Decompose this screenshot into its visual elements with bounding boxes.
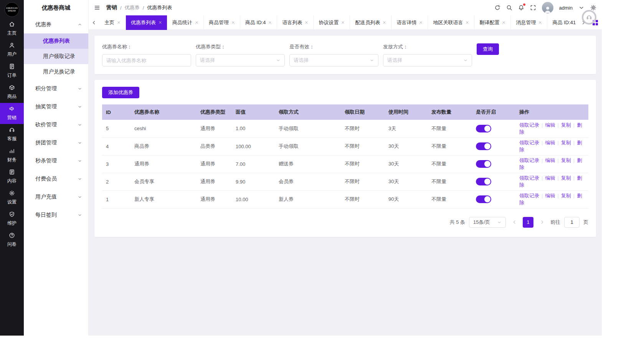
copy-link[interactable]: 复制 xyxy=(561,175,571,181)
enable-toggle[interactable] xyxy=(476,195,491,203)
sidebar-item-coupon-list[interactable]: 优惠券列表 xyxy=(24,33,88,49)
sidebar-group-label: 拼团管理 xyxy=(35,139,57,146)
tab-home[interactable]: 主页 xyxy=(99,15,126,30)
sidebar-item-flashsale[interactable]: 秒杀管理 xyxy=(24,152,88,170)
page-size-select[interactable]: 15条/页 xyxy=(469,217,506,228)
tab-region-language[interactable]: 地区关联语言 xyxy=(428,15,474,30)
search-icon[interactable] xyxy=(506,5,512,11)
cell-method: 会员券 xyxy=(275,173,341,190)
tab-courier-list[interactable]: 配送员列表 xyxy=(350,15,391,30)
page-number-1[interactable]: 1 xyxy=(523,217,533,228)
close-icon[interactable] xyxy=(305,21,308,24)
rail-item-orders[interactable]: 订单 xyxy=(0,61,24,82)
fullscreen-icon[interactable] xyxy=(530,5,536,11)
claim-records-link[interactable]: 领取记录 xyxy=(519,157,539,163)
sidebar-item-bargain[interactable]: 砍价管理 xyxy=(24,116,88,134)
edit-link[interactable]: 编辑 xyxy=(545,157,555,163)
sidebar-item-lottery[interactable]: 抽奖管理 xyxy=(24,98,88,116)
tab-translate-config[interactable]: 翻译配置 xyxy=(474,15,511,30)
tab-goods-stats[interactable]: 商品统计 xyxy=(167,15,204,30)
enable-toggle[interactable] xyxy=(476,160,491,168)
edit-link[interactable]: 编辑 xyxy=(545,193,555,199)
claim-records-link[interactable]: 领取记录 xyxy=(519,193,539,199)
sidebar-item-checkin[interactable]: 每日签到 xyxy=(24,206,88,224)
breadcrumb-mid[interactable]: 优惠券 xyxy=(125,4,140,11)
username[interactable]: admin xyxy=(559,5,573,11)
close-icon[interactable] xyxy=(466,21,469,24)
sidebar-item-claim-records[interactable]: 用户领取记录 xyxy=(24,49,88,64)
close-icon[interactable] xyxy=(419,21,423,24)
cell-time: 30天 xyxy=(385,155,428,173)
rail-item-home[interactable]: 主页 xyxy=(0,18,24,40)
coupon-name-input[interactable] xyxy=(102,54,191,66)
rail-item-users[interactable]: 用户 xyxy=(0,40,24,61)
tab-message-manage[interactable]: 消息管理 xyxy=(511,15,547,30)
edit-link[interactable]: 编辑 xyxy=(545,122,555,128)
enable-toggle[interactable] xyxy=(476,142,491,150)
close-icon[interactable] xyxy=(231,21,235,24)
rail-item-marketing[interactable]: 营销 xyxy=(0,103,24,124)
close-icon[interactable] xyxy=(159,21,162,24)
enable-toggle[interactable] xyxy=(476,178,491,185)
chevron-down-icon[interactable] xyxy=(578,5,585,11)
cell-time: 30天 xyxy=(385,173,428,190)
edit-link[interactable]: 编辑 xyxy=(545,175,555,181)
close-icon[interactable] xyxy=(538,21,542,24)
sidebar-item-points[interactable]: 积分管理 xyxy=(24,79,88,98)
copy-link[interactable]: 复制 xyxy=(561,140,571,146)
rail-item-settings[interactable]: 设置 xyxy=(0,187,24,208)
tab-goods-id-4[interactable]: 商品 ID:4 xyxy=(240,15,277,30)
rail-item-maintenance[interactable]: 维护 xyxy=(0,208,24,230)
home-icon xyxy=(9,21,15,28)
enable-toggle[interactable] xyxy=(476,125,491,132)
tab-protocol-settings[interactable]: 协议设置 xyxy=(314,15,350,30)
close-icon[interactable] xyxy=(502,21,505,24)
close-icon[interactable] xyxy=(383,21,386,24)
cell-method: 手动领取 xyxy=(275,120,341,137)
tabs-scroll-left-icon[interactable] xyxy=(89,15,99,30)
claim-records-link[interactable]: 领取记录 xyxy=(519,122,539,128)
tab-goods-manage[interactable]: 商品管理 xyxy=(204,15,240,30)
sidebar-item-coupon[interactable]: 优惠券 xyxy=(24,15,88,33)
rail-item-finance[interactable]: 财务 xyxy=(0,145,24,166)
settings-gear-icon[interactable] xyxy=(590,5,596,11)
avatar[interactable] xyxy=(542,2,553,13)
goto-page-input[interactable] xyxy=(564,217,580,228)
breadcrumb-root[interactable]: 营销 xyxy=(106,4,117,11)
tab-language-detail[interactable]: 语言详情 xyxy=(391,15,428,30)
copy-link[interactable]: 复制 xyxy=(561,122,571,128)
sidebar-item-recharge[interactable]: 用户充值 xyxy=(24,188,88,206)
notification-bell-icon[interactable] xyxy=(518,5,524,11)
tab-goods-id-41[interactable]: 商品 ID:41 xyxy=(547,15,578,30)
sidebar-item-groupbuy[interactable]: 拼团管理 xyxy=(24,134,88,152)
tab-language-list[interactable]: 语言列表 xyxy=(277,15,314,30)
claim-records-link[interactable]: 领取记录 xyxy=(519,175,539,181)
close-icon[interactable] xyxy=(341,21,345,24)
coupon-type-select[interactable]: 请选择 xyxy=(196,54,285,66)
floating-assist-ball[interactable] xyxy=(582,10,596,25)
claim-records-link[interactable]: 领取记录 xyxy=(519,140,539,146)
tab-coupon-list[interactable]: 优惠券列表 xyxy=(126,15,167,30)
add-coupon-button[interactable]: 添加优惠券 xyxy=(102,87,139,98)
hamburger-icon[interactable] xyxy=(94,5,100,11)
rail-item-service[interactable]: 客服 xyxy=(0,124,24,145)
cell-quantity: 不限量 xyxy=(428,155,472,173)
close-icon[interactable] xyxy=(117,21,121,24)
copy-link[interactable]: 复制 xyxy=(561,157,571,163)
sidebar-item-paid-member[interactable]: 付费会员 xyxy=(24,170,88,188)
close-icon[interactable] xyxy=(268,21,272,24)
valid-select[interactable]: 请选择 xyxy=(289,54,378,66)
close-icon[interactable] xyxy=(195,21,198,24)
method-select[interactable]: 请选择 xyxy=(383,54,472,66)
edit-link[interactable]: 编辑 xyxy=(545,140,555,146)
rail-item-goods[interactable]: 商品 xyxy=(0,82,24,103)
rail-item-content[interactable]: 内容 xyxy=(0,166,24,187)
rail-item-survey[interactable]: 问卷 xyxy=(0,230,24,251)
prev-page-icon[interactable] xyxy=(510,217,519,228)
sidebar-item-redeem-records[interactable]: 用户兑换记录 xyxy=(24,64,88,79)
search-button[interactable]: 查询 xyxy=(477,43,499,55)
refresh-icon[interactable] xyxy=(494,5,500,11)
next-page-icon[interactable] xyxy=(537,217,547,228)
sidebar-group-label: 优惠券 xyxy=(35,21,51,28)
copy-link[interactable]: 复制 xyxy=(561,193,571,199)
